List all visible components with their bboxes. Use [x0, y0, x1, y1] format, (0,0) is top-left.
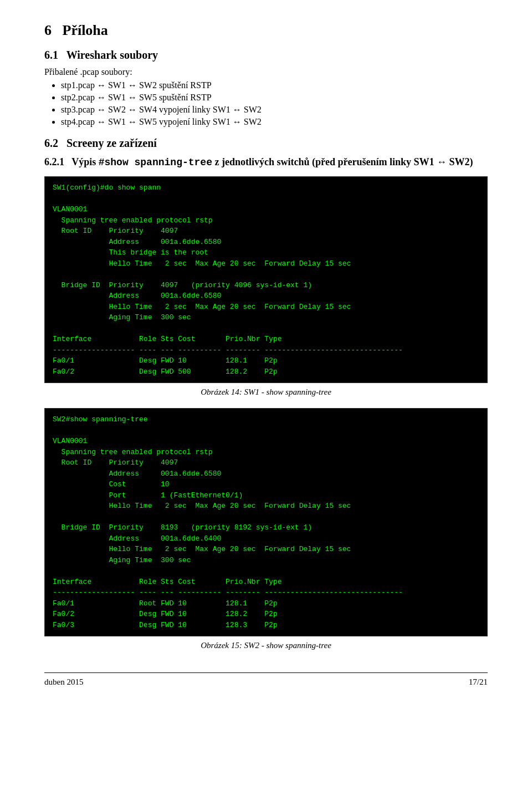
terminal-sw1: SW1(config)#do show spann VLAN0001 Spann… [44, 176, 488, 383]
subsection-title-part1: Výpis [71, 156, 99, 167]
footer-right: 17/21 [469, 677, 488, 687]
section-2-number: 6.2 [44, 137, 58, 149]
bullet-list: stp1.pcap ↔ SW1 ↔ SW2 spuštění RSTP stp2… [61, 80, 488, 127]
subsection-number: 6.2.1 [44, 156, 64, 167]
subsection-title-mono: #show spanning-tree [99, 157, 212, 168]
section-1-number: 6.1 [44, 49, 58, 61]
chapter-title: Příloha [63, 22, 108, 38]
list-item: stp2.pcap ↔ SW1 ↔ SW5 spuštění RSTP [61, 93, 488, 103]
subsection-title-part2: z jednotlivých switchů (před přerušením … [212, 156, 473, 167]
subsection-intro: Přibalené .pcap soubory: [44, 67, 488, 77]
section-1-heading: 6.1 Wireshark soubory [44, 49, 488, 62]
section-2-title: Screeny ze zařízení [66, 137, 157, 149]
footer-left: duben 2015 [44, 677, 83, 687]
chapter-heading: 6 Příloha [44, 22, 488, 39]
page-footer: duben 2015 17/21 [44, 672, 488, 687]
section-2-heading: 6.2 Screeny ze zařízení [44, 137, 488, 150]
subsection-heading: 6.2.1 Výpis #show spanning-tree z jednot… [44, 155, 488, 170]
list-item: stp3.pcap ↔ SW2 ↔ SW4 vypojení linky SW1… [61, 105, 488, 115]
list-item: stp1.pcap ↔ SW1 ↔ SW2 spuštění RSTP [61, 80, 488, 90]
section-1-title: Wireshark soubory [66, 49, 158, 61]
terminal-sw2: SW2#show spanning-tree VLAN0001 Spanning… [44, 408, 488, 636]
list-item: stp4.pcap ↔ SW1 ↔ SW5 vypojení linky SW1… [61, 117, 488, 127]
caption-1: Obrázek 14: SW1 - show spanning-tree [44, 388, 488, 397]
chapter-number: 6 [44, 22, 52, 38]
caption-2: Obrázek 15: SW2 - show spanning-tree [44, 641, 488, 650]
